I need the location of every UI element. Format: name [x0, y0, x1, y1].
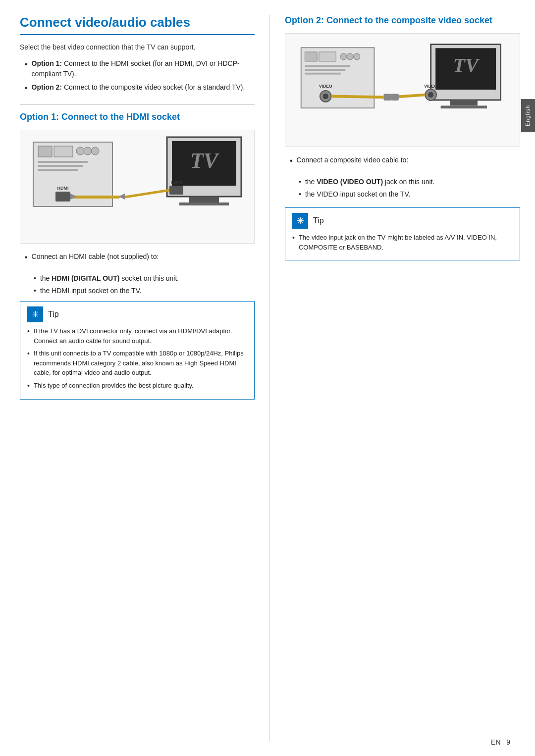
intro-bullet-list: Option 1: Connect to the HDMI socket (fo…: [25, 58, 255, 94]
svg-text:VIDEO: VIDEO: [424, 84, 437, 89]
tip1-bullet-2: If this unit connects to a TV compatible…: [27, 349, 247, 378]
option2-bullet-list: Connect a composite video cable to:: [290, 155, 520, 167]
intro-bullet-1-bold: Option 1:: [32, 59, 62, 67]
option1-sub-bullet-2: the HDMI input socket on the TV.: [34, 286, 255, 296]
intro-bullet-2-bold: Option 2:: [32, 83, 62, 91]
svg-rect-40: [441, 106, 487, 109]
tip-title-2: Tip: [313, 216, 324, 225]
svg-text:HDMI: HDMI: [171, 180, 182, 185]
svg-rect-17: [189, 197, 219, 202]
option2-sub-bullet-1: the VIDEO (VIDEO OUT) jack on this unit.: [299, 177, 520, 187]
side-language-tab: English: [521, 99, 535, 132]
tip-box-2: ✳ Tip The video input jack on the TV mig…: [285, 207, 520, 260]
svg-line-21: [125, 190, 169, 197]
svg-rect-39: [450, 100, 478, 105]
svg-rect-11: [70, 196, 120, 199]
left-column: Connect video/audio cables Select the be…: [20, 15, 270, 741]
intro-bullet-1: Option 1: Connect to the HDMI socket (fo…: [25, 58, 255, 79]
hdmi-diagram: HDMI TV HDMI: [20, 130, 255, 244]
svg-rect-9: [55, 192, 70, 202]
intro-bullet-2-text: Connect to the composite video socket (f…: [62, 83, 245, 91]
svg-rect-30: [305, 73, 340, 75]
svg-rect-8: [38, 169, 78, 171]
svg-point-26: [347, 53, 353, 60]
svg-rect-1: [38, 146, 52, 157]
option2-connect-text: Connect a composite video cable to:: [290, 155, 520, 167]
hdmi-diagram-svg: HDMI TV HDMI: [20, 132, 254, 241]
svg-text:TV: TV: [190, 149, 220, 173]
intro-bullet-2: Option 2: Connect to the composite video…: [25, 82, 255, 94]
tip2-bullet-list: The video input jack on the TV might be …: [292, 233, 513, 252]
star-icon-2: ✳: [297, 215, 304, 226]
tip-box-1: ✳ Tip If the TV has a DVI connector only…: [20, 301, 255, 400]
page-container: English Connect video/audio cables Selec…: [0, 0, 535, 756]
intro-text: Select the best video connection that th…: [20, 42, 255, 52]
tip1-bullet-1: If the TV has a DVI connector only, conn…: [27, 326, 247, 346]
svg-text:TV: TV: [453, 54, 480, 76]
svg-marker-13: [118, 194, 125, 200]
svg-rect-29: [305, 69, 345, 71]
svg-point-27: [353, 53, 360, 60]
tip-icon-1: ✳: [27, 306, 43, 322]
svg-rect-23: [305, 52, 317, 61]
option2-sub-bullets: the VIDEO (VIDEO OUT) jack on this unit.…: [299, 177, 520, 200]
tip-header-2: ✳ Tip: [292, 213, 513, 229]
tip1-bullet-3: This type of connection provides the bes…: [27, 381, 247, 391]
svg-rect-2: [54, 146, 73, 157]
svg-point-5: [91, 147, 99, 155]
svg-rect-45: [391, 94, 399, 101]
svg-rect-24: [319, 52, 336, 61]
svg-point-3: [76, 147, 84, 155]
svg-line-34: [331, 97, 384, 98]
svg-point-25: [340, 53, 347, 60]
svg-text:VIDEO: VIDEO: [319, 84, 332, 89]
svg-rect-6: [38, 161, 88, 163]
option1-connect-text: Connect an HDMI cable (not supplied) to:: [25, 252, 255, 263]
tip1-bullet-list: If the TV has a DVI connector only, conn…: [27, 326, 247, 391]
composite-diagram-svg: VIDEO TV VIDEO: [285, 41, 520, 140]
svg-point-4: [84, 147, 92, 155]
option2-sub-bullet-2: the VIDEO input socket on the TV.: [299, 189, 520, 200]
svg-rect-28: [305, 65, 350, 67]
composite-diagram: VIDEO TV VIDEO: [285, 33, 520, 147]
option2-heading: Option 2: Connect to the composite video…: [285, 15, 520, 26]
tip-title-1: Tip: [48, 310, 59, 319]
intro-bullet-1-text: Connect to the HDMI socket (for an HDMI,…: [32, 59, 240, 78]
option1-heading: Option 1: Connect to the HDMI socket: [20, 104, 255, 123]
svg-rect-18: [179, 202, 229, 205]
tip-icon-2: ✳: [292, 213, 308, 229]
svg-rect-19: [169, 186, 183, 195]
option1-sub-bullet-1: the HDMI (DIGITAL OUT) socket on this un…: [34, 273, 255, 284]
tip-header-1: ✳ Tip: [27, 306, 247, 322]
option1-bullet-list: Connect an HDMI cable (not supplied) to:: [25, 252, 255, 263]
page-lang: EN: [491, 738, 500, 746]
svg-point-43: [428, 92, 433, 98]
svg-rect-35: [383, 94, 391, 101]
star-icon: ✳: [32, 309, 39, 320]
option1-sub-bullets: the HDMI (DIGITAL OUT) socket on this un…: [34, 273, 255, 296]
svg-rect-7: [38, 165, 83, 167]
right-column: Option 2: Connect to the composite video…: [270, 15, 520, 741]
svg-point-33: [323, 94, 328, 99]
main-title: Connect video/audio cables: [20, 15, 255, 35]
page-number-area: EN 9: [491, 738, 510, 746]
svg-text:HDMI: HDMI: [57, 186, 69, 191]
tip2-bullet-1: The video input jack on the TV might be …: [292, 233, 513, 252]
page-number: 9: [506, 738, 510, 746]
